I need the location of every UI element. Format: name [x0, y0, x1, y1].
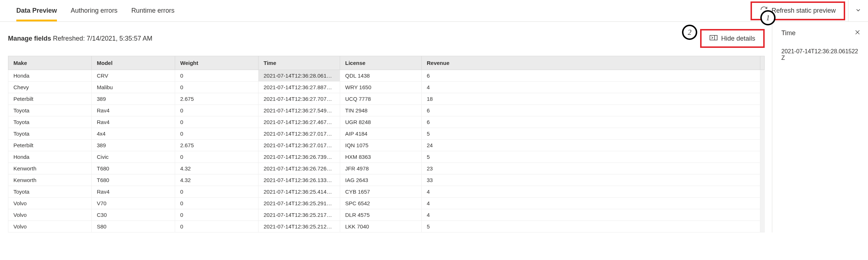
cell-license[interactable]: TIN 2948 [340, 105, 422, 116]
cell-weight[interactable]: 2.675 [175, 140, 259, 151]
tab-authoring-errors[interactable]: Authoring errors [71, 0, 117, 21]
table-row[interactable]: KenworthT6804.322021-07-14T12:36:26.7269… [8, 163, 765, 174]
cell-license[interactable]: LKK 7040 [340, 221, 422, 232]
cell-make[interactable]: Toyota [8, 128, 92, 140]
cell-weight[interactable]: 0 [175, 209, 259, 221]
cell-revenue[interactable]: 18 [422, 93, 760, 105]
cell-weight[interactable]: 0 [175, 221, 259, 232]
cell-weight[interactable]: 0 [175, 151, 259, 163]
cell-license[interactable]: QDL 1438 [340, 70, 422, 82]
cell-license[interactable]: UGR 8248 [340, 116, 422, 128]
cell-revenue[interactable]: 6 [422, 70, 760, 82]
col-header-make[interactable]: Make [8, 56, 92, 70]
cell-weight[interactable]: 0 [175, 198, 259, 209]
cell-revenue[interactable]: 23 [422, 163, 760, 174]
cell-model[interactable]: S80 [92, 221, 175, 232]
cell-weight[interactable]: 2.675 [175, 93, 259, 105]
table-row[interactable]: VolvoV7002021-07-14T12:36:25.2915366ZSPC… [8, 198, 765, 209]
expand-toggle[interactable] [848, 0, 868, 21]
cell-make[interactable]: Peterbilt [8, 140, 92, 151]
col-header-time[interactable]: Time [259, 56, 340, 70]
table-row[interactable]: Peterbilt3892.6752021-07-14T12:36:27.707… [8, 93, 765, 105]
cell-time[interactable]: 2021-07-14T12:36:27.0179118Z [259, 140, 340, 151]
scrollbar-track[interactable] [760, 70, 765, 232]
hide-details-button[interactable]: Hide details [700, 29, 765, 48]
cell-revenue[interactable]: 5 [422, 128, 760, 140]
table-row[interactable]: KenworthT6804.322021-07-14T12:36:26.1339… [8, 174, 765, 186]
table-row[interactable]: ToyotaRav402021-07-14T12:36:27.467522ZUG… [8, 116, 765, 128]
cell-revenue[interactable]: 6 [422, 116, 760, 128]
cell-revenue[interactable]: 24 [422, 140, 760, 151]
cell-license[interactable]: AIP 4184 [340, 128, 422, 140]
cell-model[interactable]: 4x4 [92, 128, 175, 140]
cell-make[interactable]: Volvo [8, 221, 92, 232]
cell-license[interactable]: DLR 4575 [340, 209, 422, 221]
table-row[interactable]: HondaCRV02021-07-14T12:36:28.061522ZQDL … [8, 70, 765, 82]
col-header-revenue[interactable]: Revenue [422, 56, 760, 70]
cell-revenue[interactable]: 4 [422, 186, 760, 198]
cell-weight[interactable]: 0 [175, 116, 259, 128]
cell-revenue[interactable]: 33 [422, 174, 760, 186]
cell-make[interactable]: Peterbilt [8, 93, 92, 105]
cell-license[interactable]: SPC 6542 [340, 198, 422, 209]
cell-model[interactable]: T680 [92, 174, 175, 186]
table-row[interactable]: Peterbilt3892.6752021-07-14T12:36:27.017… [8, 140, 765, 151]
cell-license[interactable]: IQN 1075 [340, 140, 422, 151]
cell-model[interactable]: V70 [92, 198, 175, 209]
cell-weight[interactable]: 4.32 [175, 174, 259, 186]
cell-model[interactable]: Rav4 [92, 105, 175, 116]
cell-time[interactable]: 2021-07-14T12:36:27.887522Z [259, 82, 340, 93]
cell-weight[interactable]: 0 [175, 105, 259, 116]
cell-time[interactable]: 2021-07-14T12:36:27.0179118Z [259, 128, 340, 140]
cell-make[interactable]: Kenworth [8, 174, 92, 186]
cell-time[interactable]: 2021-07-14T12:36:25.2125366Z [259, 221, 340, 232]
col-header-license[interactable]: License [340, 56, 422, 70]
cell-revenue[interactable]: 4 [422, 198, 760, 209]
table-row[interactable]: HondaCivic02021-07-14T12:36:26.7399118ZH… [8, 151, 765, 163]
scrollbar-gutter[interactable] [760, 56, 765, 70]
cell-make[interactable]: Volvo [8, 198, 92, 209]
cell-weight[interactable]: 0 [175, 186, 259, 198]
cell-license[interactable]: CYB 1657 [340, 186, 422, 198]
col-header-model[interactable]: Model [92, 56, 175, 70]
cell-revenue[interactable]: 5 [422, 221, 760, 232]
cell-license[interactable]: HXM 8363 [340, 151, 422, 163]
cell-weight[interactable]: 4.32 [175, 163, 259, 174]
cell-model[interactable]: 389 [92, 140, 175, 151]
cell-model[interactable]: Rav4 [92, 116, 175, 128]
cell-time[interactable]: 2021-07-14T12:36:25.4145366Z [259, 186, 340, 198]
cell-time[interactable]: 2021-07-14T12:36:26.7399118Z [259, 151, 340, 163]
cell-model[interactable]: CRV [92, 70, 175, 82]
table-row[interactable]: ToyotaRav402021-07-14T12:36:27.549522ZTI… [8, 105, 765, 116]
cell-weight[interactable]: 0 [175, 70, 259, 82]
cell-time[interactable]: 2021-07-14T12:36:26.7269118Z [259, 163, 340, 174]
cell-time[interactable]: 2021-07-14T12:36:26.1339118Z [259, 174, 340, 186]
cell-time[interactable]: 2021-07-14T12:36:28.061522Z [259, 70, 340, 82]
cell-license[interactable]: IAG 2643 [340, 174, 422, 186]
tab-runtime-errors[interactable]: Runtime errors [131, 0, 174, 21]
cell-weight[interactable]: 0 [175, 128, 259, 140]
cell-model[interactable]: C30 [92, 209, 175, 221]
cell-license[interactable]: UCQ 7778 [340, 93, 422, 105]
tab-data-preview[interactable]: Data Preview [16, 0, 57, 21]
cell-license[interactable]: JFR 4978 [340, 163, 422, 174]
cell-make[interactable]: Kenworth [8, 163, 92, 174]
table-row[interactable]: Toyota4x402021-07-14T12:36:27.0179118ZAI… [8, 128, 765, 140]
cell-revenue[interactable]: 4 [422, 209, 760, 221]
cell-model[interactable]: 389 [92, 93, 175, 105]
cell-make[interactable]: Volvo [8, 209, 92, 221]
cell-make[interactable]: Toyota [8, 186, 92, 198]
table-row[interactable]: ChevyMalibu02021-07-14T12:36:27.887522ZW… [8, 82, 765, 93]
cell-time[interactable]: 2021-07-14T12:36:27.467522Z [259, 116, 340, 128]
close-details-button[interactable] [854, 29, 861, 37]
cell-make[interactable]: Toyota [8, 105, 92, 116]
cell-model[interactable]: Rav4 [92, 186, 175, 198]
cell-make[interactable]: Honda [8, 70, 92, 82]
cell-weight[interactable]: 0 [175, 82, 259, 93]
cell-make[interactable]: Toyota [8, 116, 92, 128]
cell-license[interactable]: WRY 1650 [340, 82, 422, 93]
cell-make[interactable]: Chevy [8, 82, 92, 93]
cell-model[interactable]: Malibu [92, 82, 175, 93]
cell-time[interactable]: 2021-07-14T12:36:25.2915366Z [259, 198, 340, 209]
cell-model[interactable]: Civic [92, 151, 175, 163]
